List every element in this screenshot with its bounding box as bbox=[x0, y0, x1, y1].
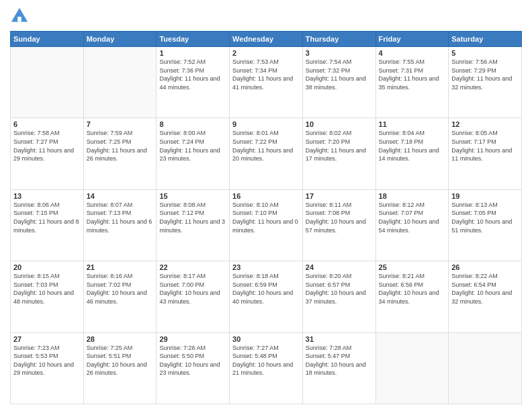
day-number: 16 bbox=[232, 192, 300, 200]
weekday-header: Saturday bbox=[449, 32, 522, 47]
day-number: 25 bbox=[379, 263, 446, 271]
calendar-header-row: SundayMondayTuesdayWednesdayThursdayFrid… bbox=[11, 32, 522, 47]
day-number: 13 bbox=[13, 192, 81, 200]
calendar-cell: 12Sunrise: 8:05 AMSunset: 7:17 PMDayligh… bbox=[449, 118, 522, 189]
weekday-header: Wednesday bbox=[230, 32, 303, 47]
calendar-cell: 22Sunrise: 8:17 AMSunset: 7:00 PMDayligh… bbox=[157, 261, 230, 332]
day-number: 15 bbox=[159, 192, 226, 200]
day-number: 7 bbox=[87, 120, 154, 128]
calendar-cell: 15Sunrise: 8:08 AMSunset: 7:12 PMDayligh… bbox=[157, 189, 230, 261]
day-number: 18 bbox=[379, 192, 446, 200]
calendar-cell: 11Sunrise: 8:04 AMSunset: 7:18 PMDayligh… bbox=[375, 118, 449, 189]
calendar-cell: 9Sunrise: 8:01 AMSunset: 7:22 PMDaylight… bbox=[230, 118, 303, 189]
calendar-week-row: 13Sunrise: 8:06 AMSunset: 7:15 PMDayligh… bbox=[11, 189, 522, 261]
day-info: Sunrise: 8:16 AMSunset: 7:02 PMDaylight:… bbox=[87, 272, 154, 306]
calendar-cell bbox=[449, 332, 522, 404]
day-number: 28 bbox=[87, 335, 154, 343]
day-number: 8 bbox=[159, 120, 226, 128]
calendar-cell: 6Sunrise: 7:58 AMSunset: 7:27 PMDaylight… bbox=[11, 118, 84, 189]
weekday-header: Friday bbox=[375, 32, 449, 47]
logo-icon bbox=[10, 7, 29, 26]
day-info: Sunrise: 7:25 AMSunset: 5:51 PMDaylight:… bbox=[87, 344, 154, 377]
calendar-cell: 4Sunrise: 7:55 AMSunset: 7:31 PMDaylight… bbox=[375, 47, 449, 118]
calendar-cell: 26Sunrise: 8:22 AMSunset: 6:54 PMDayligh… bbox=[449, 261, 522, 332]
day-info: Sunrise: 8:01 AMSunset: 7:22 PMDaylight:… bbox=[232, 129, 300, 163]
day-number: 14 bbox=[87, 192, 154, 200]
day-number: 31 bbox=[306, 335, 373, 343]
day-number: 4 bbox=[379, 49, 446, 57]
calendar-cell: 8Sunrise: 8:00 AMSunset: 7:24 PMDaylight… bbox=[157, 118, 230, 189]
day-info: Sunrise: 7:52 AMSunset: 7:36 PMDaylight:… bbox=[159, 58, 226, 91]
calendar-cell bbox=[11, 47, 84, 118]
day-info: Sunrise: 7:54 AMSunset: 7:32 PMDaylight:… bbox=[306, 58, 373, 91]
day-number: 2 bbox=[232, 49, 300, 57]
day-info: Sunrise: 7:23 AMSunset: 5:53 PMDaylight:… bbox=[13, 344, 81, 377]
day-info: Sunrise: 8:02 AMSunset: 7:20 PMDaylight:… bbox=[306, 129, 373, 163]
day-info: Sunrise: 8:18 AMSunset: 6:59 PMDaylight:… bbox=[232, 272, 300, 306]
calendar-cell: 3Sunrise: 7:54 AMSunset: 7:32 PMDaylight… bbox=[302, 47, 375, 118]
day-number: 27 bbox=[13, 335, 81, 343]
calendar-cell: 5Sunrise: 7:56 AMSunset: 7:29 PMDaylight… bbox=[449, 47, 522, 118]
calendar-cell: 27Sunrise: 7:23 AMSunset: 5:53 PMDayligh… bbox=[11, 332, 84, 404]
calendar-cell bbox=[83, 47, 157, 118]
day-number: 10 bbox=[306, 120, 373, 128]
day-number: 5 bbox=[451, 49, 519, 57]
day-info: Sunrise: 8:22 AMSunset: 6:54 PMDaylight:… bbox=[451, 272, 519, 306]
day-info: Sunrise: 7:27 AMSunset: 5:48 PMDaylight:… bbox=[232, 344, 300, 377]
calendar-cell: 21Sunrise: 8:16 AMSunset: 7:02 PMDayligh… bbox=[83, 261, 157, 332]
day-number: 1 bbox=[159, 49, 226, 57]
day-number: 21 bbox=[87, 263, 154, 271]
day-number: 11 bbox=[379, 120, 446, 128]
calendar-cell: 29Sunrise: 7:26 AMSunset: 5:50 PMDayligh… bbox=[157, 332, 230, 404]
calendar-cell: 19Sunrise: 8:13 AMSunset: 7:05 PMDayligh… bbox=[449, 189, 522, 261]
day-number: 26 bbox=[451, 263, 519, 271]
calendar-cell: 24Sunrise: 8:20 AMSunset: 6:57 PMDayligh… bbox=[302, 261, 375, 332]
day-info: Sunrise: 7:28 AMSunset: 5:47 PMDaylight:… bbox=[306, 344, 373, 377]
day-number: 17 bbox=[306, 192, 373, 200]
day-number: 30 bbox=[232, 335, 300, 343]
day-number: 12 bbox=[451, 120, 519, 128]
calendar-cell: 28Sunrise: 7:25 AMSunset: 5:51 PMDayligh… bbox=[83, 332, 157, 404]
calendar-cell: 1Sunrise: 7:52 AMSunset: 7:36 PMDaylight… bbox=[157, 47, 230, 118]
weekday-header: Tuesday bbox=[157, 32, 230, 47]
day-info: Sunrise: 8:21 AMSunset: 6:56 PMDaylight:… bbox=[379, 272, 446, 306]
calendar-cell: 30Sunrise: 7:27 AMSunset: 5:48 PMDayligh… bbox=[230, 332, 303, 404]
day-number: 24 bbox=[306, 263, 373, 271]
calendar-cell: 23Sunrise: 8:18 AMSunset: 6:59 PMDayligh… bbox=[230, 261, 303, 332]
day-info: Sunrise: 7:58 AMSunset: 7:27 PMDaylight:… bbox=[13, 129, 81, 163]
calendar-cell bbox=[375, 332, 449, 404]
calendar-table: SundayMondayTuesdayWednesdayThursdayFrid… bbox=[10, 31, 522, 404]
day-info: Sunrise: 8:13 AMSunset: 7:05 PMDaylight:… bbox=[451, 201, 519, 234]
day-info: Sunrise: 8:17 AMSunset: 7:00 PMDaylight:… bbox=[159, 272, 226, 306]
calendar-cell: 7Sunrise: 7:59 AMSunset: 7:25 PMDaylight… bbox=[83, 118, 157, 189]
day-info: Sunrise: 8:11 AMSunset: 7:08 PMDaylight:… bbox=[306, 201, 373, 234]
weekday-header: Monday bbox=[83, 32, 157, 47]
day-info: Sunrise: 8:20 AMSunset: 6:57 PMDaylight:… bbox=[306, 272, 373, 306]
calendar-cell: 2Sunrise: 7:53 AMSunset: 7:34 PMDaylight… bbox=[230, 47, 303, 118]
calendar-week-row: 1Sunrise: 7:52 AMSunset: 7:36 PMDaylight… bbox=[11, 47, 522, 118]
calendar-week-row: 20Sunrise: 8:15 AMSunset: 7:03 PMDayligh… bbox=[11, 261, 522, 332]
weekday-header: Sunday bbox=[11, 32, 84, 47]
calendar-week-row: 6Sunrise: 7:58 AMSunset: 7:27 PMDaylight… bbox=[11, 118, 522, 189]
calendar-cell: 20Sunrise: 8:15 AMSunset: 7:03 PMDayligh… bbox=[11, 261, 84, 332]
calendar-cell: 13Sunrise: 8:06 AMSunset: 7:15 PMDayligh… bbox=[11, 189, 84, 261]
day-info: Sunrise: 8:06 AMSunset: 7:15 PMDaylight:… bbox=[13, 201, 81, 234]
day-number: 23 bbox=[232, 263, 300, 271]
day-info: Sunrise: 8:00 AMSunset: 7:24 PMDaylight:… bbox=[159, 129, 226, 163]
calendar-cell: 10Sunrise: 8:02 AMSunset: 7:20 PMDayligh… bbox=[302, 118, 375, 189]
day-number: 29 bbox=[159, 335, 226, 343]
day-info: Sunrise: 8:10 AMSunset: 7:10 PMDaylight:… bbox=[232, 201, 300, 234]
day-info: Sunrise: 8:04 AMSunset: 7:18 PMDaylight:… bbox=[379, 129, 446, 163]
header bbox=[10, 7, 522, 26]
day-number: 19 bbox=[451, 192, 519, 200]
day-number: 9 bbox=[232, 120, 300, 128]
day-info: Sunrise: 7:59 AMSunset: 7:25 PMDaylight:… bbox=[87, 129, 154, 163]
calendar-cell: 25Sunrise: 8:21 AMSunset: 6:56 PMDayligh… bbox=[375, 261, 449, 332]
day-info: Sunrise: 7:53 AMSunset: 7:34 PMDaylight:… bbox=[232, 58, 300, 91]
day-info: Sunrise: 8:07 AMSunset: 7:13 PMDaylight:… bbox=[87, 201, 154, 234]
calendar-week-row: 27Sunrise: 7:23 AMSunset: 5:53 PMDayligh… bbox=[11, 332, 522, 404]
day-number: 3 bbox=[306, 49, 373, 57]
day-number: 20 bbox=[13, 263, 81, 271]
calendar-cell: 18Sunrise: 8:12 AMSunset: 7:07 PMDayligh… bbox=[375, 189, 449, 261]
calendar-cell: 31Sunrise: 7:28 AMSunset: 5:47 PMDayligh… bbox=[302, 332, 375, 404]
